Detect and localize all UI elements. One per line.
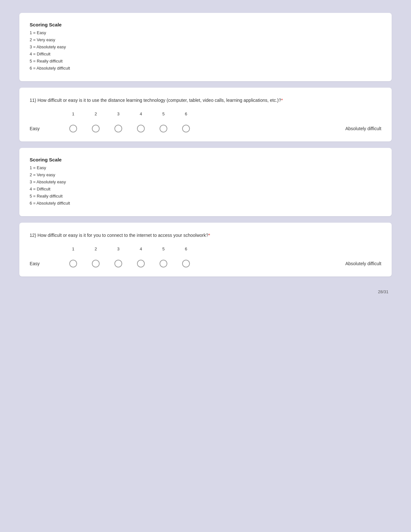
- scoring-scale-card-2: Scoring Scale 1 = Easy 2 = Very easy 3 =…: [19, 148, 392, 216]
- scale-item: 5 = Really difficult: [30, 193, 381, 200]
- scoring-scale-title-1: Scoring Scale: [30, 22, 381, 27]
- rating-col-3: 3: [107, 111, 130, 121]
- q11-radio-4[interactable]: [137, 125, 145, 132]
- rating-12-end-label: Absolutely difficult: [340, 261, 381, 266]
- rating-11-end-label: Absolutely difficult: [340, 126, 381, 131]
- rating-12-number-4: 4: [140, 247, 142, 251]
- question-12-body: How difficult or easy is it for you to c…: [37, 233, 208, 238]
- rating-radio-col-2: [84, 125, 107, 132]
- rating-11-start-label: Easy: [30, 126, 62, 131]
- rating-12-row: Easy A: [30, 260, 381, 267]
- scoring-scale-list-2: 1 = Easy 2 = Very easy 3 = Absolutely ea…: [30, 164, 381, 207]
- rating-12-col-3: 3: [107, 247, 130, 256]
- rating-12-col-5: 5: [152, 247, 175, 256]
- rating-11-row: Easy A: [30, 125, 381, 132]
- rating-12-radio-col-3: [107, 260, 130, 267]
- rating-number-6: 6: [185, 111, 187, 116]
- rating-col-5: 5: [152, 111, 175, 121]
- scale-item: 6 = Absolutely difficult: [30, 200, 381, 207]
- scoring-scale-list-1: 1 = Easy 2 = Very easy 3 = Absolutely ea…: [30, 29, 381, 72]
- pagination: 28/31: [19, 283, 392, 294]
- scale-item: 2 = Very easy: [30, 171, 381, 179]
- question-12-required: *: [209, 233, 210, 238]
- q12-radio-1[interactable]: [69, 260, 77, 267]
- q12-radio-2[interactable]: [92, 260, 100, 267]
- rating-col-1: 1: [62, 111, 84, 121]
- scoring-scale-card-1: Scoring Scale 1 = Easy 2 = Very easy 3 =…: [19, 13, 392, 81]
- rating-12-radio-col-1: [62, 260, 84, 267]
- rating-12-radio-col-6: [175, 260, 197, 267]
- q11-radio-5[interactable]: [160, 125, 167, 132]
- rating-12-col-4: 4: [130, 247, 152, 256]
- rating-number-4: 4: [140, 111, 142, 116]
- scoring-scale-title-2: Scoring Scale: [30, 157, 381, 162]
- rating-col-4: 4: [130, 111, 152, 121]
- question-11-text: 11) How difficult or easy is it to use t…: [30, 97, 381, 104]
- rating-12-numbers: 1 2 3 4 5 6: [62, 247, 381, 256]
- question-12-card: 12) How difficult or easy is it for you …: [19, 223, 392, 276]
- q11-radio-2[interactable]: [92, 125, 100, 132]
- rating-11-header: 1 2 3 4 5 6: [30, 111, 381, 121]
- rating-col-2: 2: [84, 111, 107, 121]
- rating-radio-col-5: [152, 125, 175, 132]
- pagination-label: 28/31: [378, 289, 388, 294]
- scale-item: 2 = Very easy: [30, 36, 381, 44]
- rating-12-col-1: 1: [62, 247, 84, 256]
- rating-12-number-5: 5: [162, 247, 164, 251]
- rating-radio-col-1: [62, 125, 84, 132]
- scale-item: 4 = Difficult: [30, 51, 381, 58]
- scale-item: 1 = Easy: [30, 164, 381, 171]
- rating-12-number-2: 2: [94, 247, 97, 251]
- rating-radio-col-3: [107, 125, 130, 132]
- rating-12-header: 1 2 3 4 5 6: [30, 247, 381, 256]
- question-11-body: How difficult or easy is it to use the d…: [37, 98, 281, 103]
- question-11-required: *: [281, 98, 283, 103]
- rating-number-1: 1: [72, 111, 74, 116]
- rating-12-start-label: Easy: [30, 261, 62, 266]
- q11-radio-6[interactable]: [182, 125, 190, 132]
- question-12-number: 12): [30, 233, 36, 238]
- scale-item: 6 = Absolutely difficult: [30, 65, 381, 72]
- rating-12-col-6: 6: [175, 247, 197, 256]
- rating-12-number-1: 1: [72, 247, 74, 251]
- q11-radio-3[interactable]: [114, 125, 122, 132]
- scale-item: 5 = Really difficult: [30, 58, 381, 65]
- rating-12-radio-col-2: [84, 260, 107, 267]
- q12-radio-3[interactable]: [114, 260, 122, 267]
- rating-radio-col-6: [175, 125, 197, 132]
- rating-12-number-6: 6: [185, 247, 187, 251]
- question-11-rating-table: 1 2 3 4 5 6 Easy: [30, 111, 381, 132]
- q12-radio-4[interactable]: [137, 260, 145, 267]
- rating-12-radios: [62, 260, 340, 267]
- rating-11-numbers: 1 2 3 4 5 6: [62, 111, 381, 121]
- q12-radio-6[interactable]: [182, 260, 190, 267]
- scale-item: 3 = Absolutely easy: [30, 179, 381, 186]
- rating-12-radio-col-4: [130, 260, 152, 267]
- rating-12-radio-col-5: [152, 260, 175, 267]
- scale-item: 1 = Easy: [30, 29, 381, 36]
- rating-col-6: 6: [175, 111, 197, 121]
- scale-item: 4 = Difficult: [30, 186, 381, 193]
- rating-radio-col-4: [130, 125, 152, 132]
- q12-radio-5[interactable]: [160, 260, 167, 267]
- rating-number-3: 3: [117, 111, 119, 116]
- scale-item: 3 = Absolutely easy: [30, 44, 381, 51]
- question-12-rating-table: 1 2 3 4 5 6 Easy: [30, 247, 381, 267]
- question-11-card: 11) How difficult or easy is it to use t…: [19, 88, 392, 141]
- rating-number-2: 2: [94, 111, 97, 116]
- rating-number-5: 5: [162, 111, 164, 116]
- q11-radio-1[interactable]: [69, 125, 77, 132]
- question-11-number: 11): [30, 98, 36, 103]
- rating-12-number-3: 3: [117, 247, 119, 251]
- question-12-text: 12) How difficult or easy is it for you …: [30, 232, 381, 239]
- rating-12-col-2: 2: [84, 247, 107, 256]
- rating-11-radios: [62, 125, 340, 132]
